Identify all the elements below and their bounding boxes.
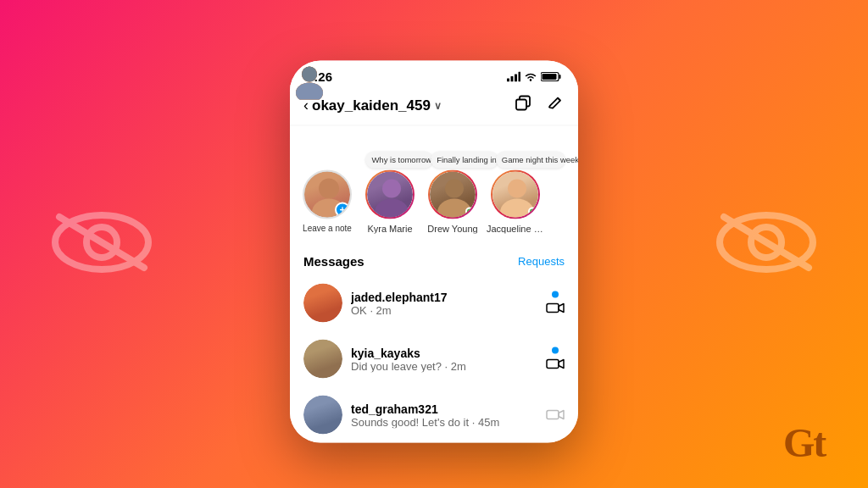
msg-avatar-img-2 [303, 396, 342, 435]
msg-meta-1 [546, 347, 565, 371]
message-item-2[interactable]: ted_graham321 Sounds good! Let's do it ·… [290, 387, 578, 443]
requests-link[interactable]: Requests [518, 255, 565, 268]
self-avatar: + [303, 170, 352, 219]
svg-point-19 [445, 180, 464, 198]
msg-avatar-1 [303, 340, 342, 379]
svg-point-18 [375, 199, 409, 219]
svg-point-17 [382, 180, 401, 198]
nav-title-chevron: ∨ [434, 99, 442, 111]
jacqueline-avatar [491, 170, 540, 219]
svg-rect-13 [542, 74, 557, 80]
svg-text:Gt: Gt [783, 421, 826, 463]
msg-avatar-img-0 [303, 284, 342, 323]
msg-username-1: kyia_kayaks [351, 346, 537, 359]
phone-mockup: 5:26 ‹ [290, 61, 578, 443]
msg-camera-icon-2 [546, 408, 565, 422]
battery-icon [541, 71, 561, 81]
copy-icon[interactable] [514, 94, 532, 117]
svg-rect-8 [515, 74, 517, 81]
svg-rect-31 [547, 411, 559, 419]
msg-camera-icon-1 [546, 358, 565, 371]
msg-username-0: jaded.elephant17 [351, 290, 537, 303]
msg-preview-1: Did you leave yet? · 2m [351, 359, 537, 372]
msg-meta-2 [546, 408, 565, 422]
msg-meta-0 [546, 291, 565, 315]
right-eye-icon [715, 208, 817, 280]
wifi-icon [524, 71, 537, 81]
drew-online-dot [465, 208, 474, 216]
edit-icon[interactable] [546, 94, 565, 117]
story-item-drew[interactable]: Drew Young [424, 170, 481, 234]
status-bar: 5:26 [290, 61, 578, 89]
svg-rect-6 [507, 78, 509, 81]
msg-camera-icon-0 [546, 302, 565, 315]
msg-avatar-0 [303, 284, 342, 323]
jacqueline-story-label: Jacqueline Lam [487, 224, 544, 234]
svg-point-10 [530, 79, 531, 80]
msg-avatar-2 [303, 396, 342, 435]
story-note-drew: Finally landing in NYC! ❤️ [431, 151, 498, 168]
kyra-story-label: Kyra Marie [367, 224, 412, 234]
nav-title-text: okay_kaiden_459 [312, 97, 431, 114]
story-add-button[interactable]: + [335, 202, 350, 218]
drew-avatar [428, 170, 477, 219]
nav-title: okay_kaiden_459 ∨ [312, 97, 514, 114]
story-note-jacqueline: Game night this weekend? 🎲 [496, 151, 565, 168]
svg-rect-9 [519, 71, 521, 81]
signal-icon [507, 71, 520, 81]
status-icons [507, 71, 561, 81]
nav-icons [514, 94, 565, 117]
messages-title: Messages [303, 254, 364, 269]
kyra-avatar [365, 170, 415, 219]
story-item-kyra[interactable]: Kyra Marie [361, 170, 419, 234]
messages-header: Messages Requests [290, 246, 578, 275]
gt-logo: Gt [783, 421, 843, 471]
stories-row-wrapper: Why is tomorrow Monday!? 🤯 Finally landi… [298, 136, 570, 234]
story-item-jacqueline[interactable]: Jacqueline Lam [487, 170, 544, 234]
message-item-0[interactable]: jaded.elephant17 OK · 2m [290, 275, 578, 331]
msg-preview-2: Sounds good! Let's do it · 45m [351, 415, 537, 428]
msg-content-1: kyia_kayaks Did you leave yet? · 2m [351, 346, 537, 372]
stories-section: Why is tomorrow Monday!? 🤯 Finally landi… [290, 126, 578, 242]
svg-point-21 [508, 180, 526, 198]
svg-point-15 [319, 179, 339, 199]
svg-rect-28 [547, 360, 559, 369]
self-story-label: Leave a note [303, 224, 352, 234]
msg-avatar-img-1 [303, 340, 342, 379]
msg-content-2: ted_graham321 Sounds good! Let's do it ·… [351, 402, 537, 428]
svg-rect-7 [511, 76, 514, 82]
left-eye-icon [51, 208, 153, 280]
drew-story-label: Drew Young [427, 224, 477, 234]
msg-unread-dot-1 [552, 347, 559, 354]
story-note-kyra: Why is tomorrow Monday!? 🤯 [365, 151, 433, 168]
svg-rect-14 [516, 100, 526, 110]
story-item-self[interactable]: + Leave a note [298, 170, 356, 234]
message-item-1[interactable]: kyia_kayaks Did you leave yet? · 2m [290, 331, 578, 387]
svg-rect-25 [547, 304, 559, 313]
nav-bar: ‹ okay_kaiden_459 ∨ [290, 89, 578, 126]
kyra-avatar-img [367, 172, 413, 218]
msg-content-0: jaded.elephant17 OK · 2m [351, 290, 537, 316]
jacqueline-online-dot [528, 208, 537, 216]
msg-preview-0: OK · 2m [351, 303, 537, 316]
stories-list: + Leave a note Kyra Marie [298, 170, 570, 234]
msg-username-2: ted_graham321 [351, 402, 537, 415]
msg-unread-dot-0 [552, 291, 559, 298]
svg-rect-12 [559, 75, 561, 79]
messages-section: Messages Requests jaded.elephant17 OK · … [290, 246, 578, 443]
